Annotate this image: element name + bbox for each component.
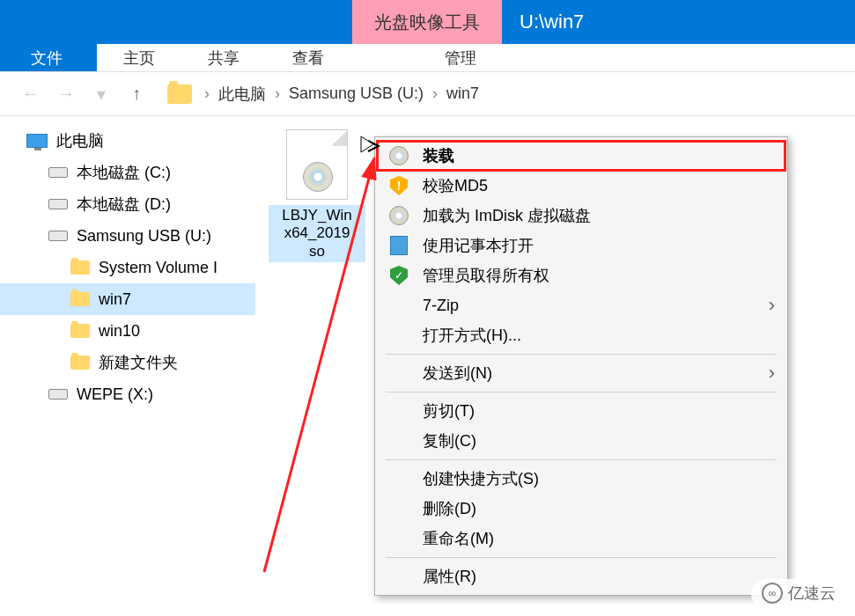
folder-icon <box>70 292 90 306</box>
ctx-separator <box>386 557 777 558</box>
ctx-shortcut[interactable]: 创建快捷方式(S) <box>377 464 785 494</box>
file-item-iso[interactable]: LBJY_Win x64_2019 so <box>269 129 365 262</box>
tree-folder-win7[interactable]: win7 <box>0 283 255 315</box>
tree-folder-new[interactable]: 新建文件夹 <box>0 347 255 378</box>
ctx-delete[interactable]: 删除(D) <box>377 494 785 524</box>
watermark: ∞ 亿速云 <box>751 579 846 607</box>
tree-drive-u[interactable]: Samsung USB (U:) <box>0 220 255 252</box>
chevron-right-icon: › <box>769 294 775 317</box>
ctx-copy[interactable]: 复制(C) <box>377 426 785 456</box>
folder-icon <box>70 324 90 338</box>
nav-dropdown-button[interactable]: ▾ <box>88 81 114 107</box>
context-menu: 装载 !校验MD5 加载为 ImDisk 虚拟磁盘 使用记事本打开 ✓管理员取得… <box>374 136 788 596</box>
ctx-admin-own[interactable]: ✓管理员取得所有权 <box>377 260 785 290</box>
chevron-right-icon: › <box>769 362 775 385</box>
crumb-folder[interactable]: win7 <box>441 84 484 103</box>
crumb-sep: › <box>201 84 213 103</box>
iso-file-icon <box>286 129 348 200</box>
folder-icon <box>70 356 90 370</box>
nav-back-button[interactable]: ← <box>18 81 44 107</box>
shield-check-icon: ✓ <box>390 266 408 285</box>
tab-view[interactable]: 查看 <box>266 44 350 71</box>
disc-icon <box>389 146 409 165</box>
address-folder-icon <box>167 84 192 104</box>
nav-forward-button[interactable]: → <box>53 81 79 107</box>
ctx-separator <box>386 354 777 355</box>
ctx-open-with[interactable]: 打开方式(H)... <box>377 320 785 350</box>
ctx-separator <box>386 459 777 460</box>
nav-bar: ← → ▾ ↑ › 此电脑 › Samsung USB (U:) › win7 <box>0 72 855 116</box>
ctx-7zip[interactable]: 7-Zip› <box>377 290 785 320</box>
tab-file[interactable]: 文件 <box>0 44 97 71</box>
drive-icon <box>48 231 68 241</box>
titlebar: 光盘映像工具 U:\win7 <box>0 0 855 44</box>
ctx-properties[interactable]: 属性(R) <box>377 561 785 591</box>
crumb-pc[interactable]: 此电脑 <box>213 84 271 105</box>
computer-icon <box>26 134 48 148</box>
window-title: U:\win7 <box>502 0 584 44</box>
ctx-mount[interactable]: 装载 <box>377 141 785 171</box>
ctx-cut[interactable]: 剪切(T) <box>377 396 785 426</box>
crumb-drive[interactable]: Samsung USB (U:) <box>284 84 429 103</box>
ctx-rename[interactable]: 重命名(M) <box>377 524 785 554</box>
file-label: LBJY_Win x64_2019 so <box>269 205 365 262</box>
tree-drive-d[interactable]: 本地磁盘 (D:) <box>0 188 255 220</box>
tree-drive-wepe[interactable]: WEPE (X:) <box>0 378 255 410</box>
drive-icon <box>48 389 68 400</box>
watermark-logo-icon: ∞ <box>762 583 783 604</box>
ctx-separator <box>386 392 777 392</box>
ctx-send-to[interactable]: 发送到(N)› <box>377 358 785 388</box>
ctx-md5[interactable]: !校验MD5 <box>377 171 785 201</box>
nav-tree: 此电脑 本地磁盘 (C:) 本地磁盘 (D:) Samsung USB (U:)… <box>0 116 255 616</box>
ctx-notepad[interactable]: 使用记事本打开 <box>377 231 785 260</box>
drive-icon <box>48 199 68 209</box>
tree-folder-win10[interactable]: win10 <box>0 315 255 347</box>
crumb-sep: › <box>271 84 284 103</box>
tab-home[interactable]: 主页 <box>97 44 181 71</box>
nav-up-button[interactable]: ↑ <box>123 81 150 107</box>
drive-icon <box>48 167 68 178</box>
ctx-imdisk[interactable]: 加载为 ImDisk 虚拟磁盘 <box>377 201 785 231</box>
crumb-sep: › <box>429 84 441 103</box>
tree-this-pc[interactable]: 此电脑 <box>0 125 255 157</box>
shield-warning-icon: ! <box>390 176 408 195</box>
tab-share[interactable]: 共享 <box>181 44 266 71</box>
tree-folder-svi[interactable]: System Volume I <box>0 252 255 283</box>
ribbon-tabs: 文件 主页 共享 查看 管理 <box>0 44 855 72</box>
disc-icon <box>389 206 409 225</box>
title-context-tab: 光盘映像工具 <box>352 0 502 44</box>
tree-drive-c[interactable]: 本地磁盘 (C:) <box>0 157 255 188</box>
tab-manage[interactable]: 管理 <box>418 44 503 71</box>
folder-icon <box>70 260 90 275</box>
notepad-icon <box>390 236 408 255</box>
